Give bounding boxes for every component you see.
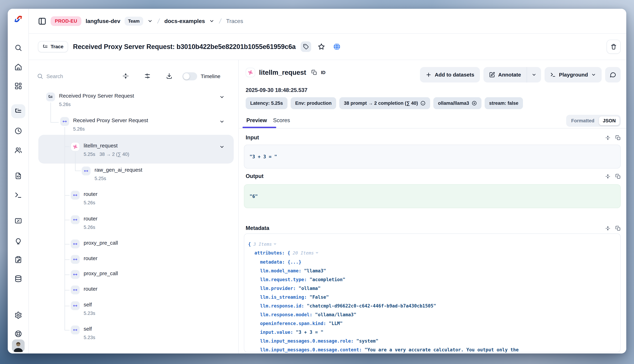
bookmark-star-button[interactable] [316, 42, 327, 52]
tree-item-span[interactable]: router [71, 255, 97, 264]
search-input[interactable]: Search [46, 73, 63, 79]
env-badge: Env: production [291, 97, 336, 109]
tag-button[interactable] [301, 42, 311, 52]
view-mode-segmented-control: Formatted JSON [566, 115, 621, 127]
view-formatted-option[interactable]: Formatted [567, 116, 598, 125]
input-value-box [244, 144, 621, 168]
json-line: llm.input_messages.0.message.content: "Y… [260, 347, 519, 352]
annotate-dropdown-chevron-icon[interactable] [527, 67, 541, 82]
org-switch-chevron-icon[interactable] [147, 18, 153, 24]
comments-button[interactable] [605, 67, 621, 82]
public-globe-button[interactable] [332, 42, 342, 52]
annotate-split-button[interactable]: Annotate [483, 67, 541, 82]
evals-lightbulb-icon[interactable] [15, 236, 22, 244]
copy-icon[interactable] [615, 174, 621, 179]
user-avatar[interactable] [12, 340, 25, 352]
chevron-down-icon[interactable] [219, 119, 225, 124]
prompts-file-icon[interactable] [15, 172, 22, 180]
tree-connector [65, 220, 70, 220]
model-badge[interactable]: ollama/llama3 [433, 97, 481, 109]
metadata-section-actions [605, 226, 621, 231]
scores-percent-icon[interactable] [15, 217, 22, 225]
timeline-toggle[interactable] [182, 72, 197, 80]
observation-name: litellm_request [259, 69, 306, 76]
id-label[interactable]: ID [321, 70, 325, 75]
output-section-label: Output [246, 173, 264, 179]
json-line[interactable]: metadata: {...} [260, 260, 301, 265]
project-switch-chevron-icon[interactable] [209, 18, 215, 24]
span-arrows-icon [71, 270, 80, 279]
tree-connector [75, 170, 81, 171]
breadcrumb-section[interactable]: Traces [226, 18, 243, 24]
tree-connector [65, 290, 70, 290]
active-tab-indicator [243, 127, 276, 128]
copy-icon[interactable] [615, 135, 621, 140]
terminal-icon [550, 72, 556, 78]
dashboard-icon[interactable] [15, 82, 22, 90]
tree-item-span[interactable]: Received Proxy Server Request 5.26s [60, 117, 148, 132]
collapse-vertical-icon[interactable] [605, 135, 610, 140]
circle-plus-icon [472, 100, 477, 106]
playground-button[interactable]: Playground [545, 67, 602, 82]
tabs-divider [239, 128, 626, 128]
settings-gear-icon[interactable] [15, 311, 22, 319]
span-arrows-icon [71, 215, 80, 224]
copy-id-icon[interactable] [311, 70, 317, 75]
annotation-clipboard-icon[interactable] [15, 256, 22, 264]
chevron-down-icon[interactable] [219, 144, 225, 150]
trace-title: Received Proxy Server Request: b3010b422… [73, 43, 296, 50]
chevron-down-icon[interactable] [219, 94, 225, 100]
collapse-vertical-icon[interactable] [605, 226, 610, 231]
trash-icon [610, 43, 617, 50]
chevron-down-icon [591, 72, 596, 77]
desktop: PROD-EU langfuse-dev Team / docs-example… [0, 0, 634, 364]
json-line: llm.input_messages.0.message.role: "syst… [260, 338, 378, 344]
json-line[interactable]: {3 Items [248, 242, 277, 247]
icon-rail [8, 9, 29, 354]
copy-icon[interactable] [615, 226, 621, 231]
org-name[interactable]: langfuse-dev [86, 18, 120, 24]
playground-terminal-icon[interactable] [15, 191, 22, 199]
observation-detail-panel: litellm_request ID Add to datasets Annot… [239, 60, 626, 354]
collapse-all-icon[interactable] [122, 73, 129, 79]
tree-item-trace-root[interactable]: Received Proxy Server Request 5.26s [46, 92, 134, 107]
sessions-clock-icon[interactable] [15, 127, 22, 135]
datasets-database-icon[interactable] [15, 275, 22, 282]
tree-item-span[interactable]: router 5.26s [71, 215, 97, 230]
view-json-option[interactable]: JSON [599, 116, 619, 125]
search-icon[interactable] [15, 44, 22, 52]
support-lifebuoy-icon[interactable] [15, 330, 22, 338]
star-icon [318, 43, 325, 50]
sidebar-toggle-icon[interactable] [38, 17, 46, 25]
tree-settings-sliders-icon[interactable] [144, 73, 151, 79]
stream-badge: stream: false [485, 97, 523, 109]
input-section-actions [605, 135, 621, 140]
tree-item-span[interactable]: self 5.23s [71, 326, 95, 340]
home-icon[interactable] [15, 63, 22, 71]
delete-trace-button[interactable] [606, 40, 621, 54]
trace-type-chip: Trace [38, 41, 68, 52]
download-icon[interactable] [166, 73, 172, 79]
tree-item-span[interactable]: proxy_pre_call [71, 240, 118, 248]
trace-chip-label: Trace [51, 44, 63, 50]
project-name[interactable]: docs-examples [164, 18, 205, 24]
json-line: llm.provider: "ollama" [260, 286, 321, 291]
tab-preview[interactable]: Preview [246, 117, 267, 124]
tree-item-span[interactable]: raw_gen_ai_request 5.25s [82, 166, 142, 181]
langfuse-logo-icon [14, 14, 23, 24]
tree-item-span[interactable]: self 5.23s [71, 301, 95, 316]
collapse-vertical-icon[interactable] [605, 174, 610, 179]
tracing-nav-active[interactable] [11, 104, 25, 118]
output-value: "6" [250, 194, 258, 199]
tree-item-span[interactable]: router 5.26s [71, 190, 97, 206]
badges-row: Latency: 5.25s Env: production 38 prompt… [246, 97, 523, 109]
users-icon[interactable] [15, 146, 22, 154]
add-to-datasets-button[interactable]: Add to datasets [420, 67, 480, 82]
tree-item-span[interactable]: proxy_pre_call [71, 270, 118, 279]
tree-item-span[interactable]: router [71, 285, 97, 294]
tree-item-generation-selected[interactable]: litellm_request 5.25s38 → 2 (∑ 40) [71, 142, 129, 157]
tokens-badge: 38 prompt → 2 completion (∑ 40) [339, 97, 430, 109]
json-line: llm.request.type: "acompletion" [260, 277, 345, 282]
json-line[interactable]: attributes: {20 Items [255, 250, 319, 256]
tab-scores[interactable]: Scores [273, 117, 290, 124]
